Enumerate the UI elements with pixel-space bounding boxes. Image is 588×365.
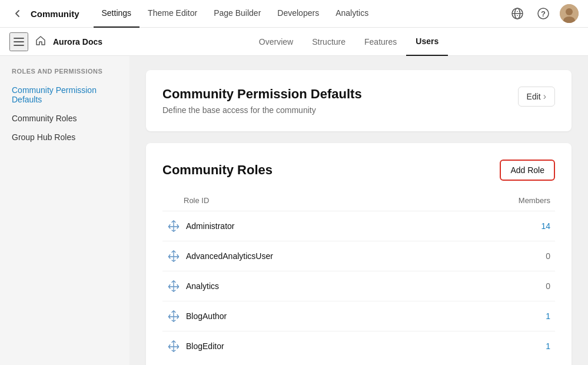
permission-card-subtitle: Define the base access for the community (162, 105, 362, 115)
sidebar-section-title: ROLES AND PERMISSIONS (0, 68, 129, 81)
row-left-analytics: Analytics (167, 280, 219, 293)
back-icon[interactable] (9, 5, 26, 22)
role-name-analytics[interactable]: Analytics (186, 281, 219, 291)
home-icon (35, 35, 46, 48)
main-content: Community Permission Defaults Define the… (129, 56, 588, 365)
tab-features[interactable]: Features (355, 28, 406, 56)
role-icon-administrator (167, 220, 180, 233)
top-nav-links: Settings Theme Editor Page Builder Devel… (94, 0, 506, 28)
permission-card-header: Community Permission Defaults Define the… (162, 87, 555, 115)
hamburger-button[interactable] (9, 32, 28, 51)
table-row: Administrator 14 (162, 211, 555, 241)
top-nav-right: ? (508, 4, 579, 23)
help-button[interactable]: ? (534, 4, 553, 23)
community-name-label: Aurora Docs (53, 37, 102, 47)
nav-link-developers[interactable]: Developers (269, 0, 327, 28)
avatar[interactable] (560, 4, 579, 23)
svg-point-5 (566, 8, 573, 15)
column-role-id: Role ID (184, 196, 209, 205)
nav-link-analytics[interactable]: Analytics (327, 0, 377, 28)
member-count-blogeditor[interactable]: 1 (546, 341, 555, 351)
row-left-administrator: Administrator (167, 220, 234, 233)
role-icon-analytics (167, 280, 180, 293)
globe-button[interactable] (508, 4, 527, 23)
table-header-row: Role ID Members (162, 190, 555, 211)
row-left-advanced: AdvancedAnalyticsUser (167, 250, 273, 263)
role-name-blogauthor[interactable]: BlogAuthor (186, 311, 227, 321)
permission-card-text: Community Permission Defaults Define the… (162, 87, 362, 115)
main-layout: ROLES AND PERMISSIONS Community Permissi… (0, 56, 588, 365)
table-row: Analytics 0 (162, 271, 555, 301)
permission-card-title: Community Permission Defaults (162, 87, 362, 102)
table-row: BlogEditor 1 (162, 331, 555, 361)
member-count-analytics: 0 (546, 281, 555, 291)
role-icon-blogeditor (167, 340, 180, 353)
community-brand-label: Community (31, 9, 79, 19)
permission-defaults-card: Community Permission Defaults Define the… (146, 70, 572, 131)
tab-structure[interactable]: Structure (303, 28, 355, 56)
roles-card-header: Community Roles Add Role (162, 160, 555, 181)
tab-overview[interactable]: Overview (250, 28, 303, 56)
nav-link-settings[interactable]: Settings (94, 0, 140, 28)
community-roles-card: Community Roles Add Role Role ID Members (146, 143, 572, 365)
member-count-advanced: 0 (546, 251, 555, 261)
role-icon-advanced (167, 250, 180, 263)
tab-users[interactable]: Users (406, 28, 448, 56)
member-count-blogauthor[interactable]: 1 (546, 311, 555, 321)
role-icon-blogauthor (167, 310, 180, 323)
sidebar: ROLES AND PERMISSIONS Community Permissi… (0, 56, 129, 365)
svg-text:?: ? (541, 9, 546, 18)
top-navigation: Community Settings Theme Editor Page Bui… (0, 0, 588, 28)
sidebar-item-permission-defaults[interactable]: Community Permission Defaults (0, 81, 129, 109)
second-navigation: Aurora Docs Overview Structure Features … (0, 28, 588, 56)
edit-button[interactable]: Edit › (518, 87, 555, 107)
roles-card-title: Community Roles (162, 162, 273, 178)
member-count-administrator[interactable]: 14 (541, 221, 555, 231)
sidebar-item-group-hub-roles[interactable]: Group Hub Roles (0, 128, 129, 147)
table-row: BlogAuthor 1 (162, 301, 555, 331)
row-left-blogauthor: BlogAuthor (167, 310, 227, 323)
nav-link-theme-editor[interactable]: Theme Editor (139, 0, 205, 28)
role-name-advanced[interactable]: AdvancedAnalyticsUser (186, 251, 273, 261)
sidebar-item-community-roles[interactable]: Community Roles (0, 109, 129, 128)
column-members: Members (519, 196, 555, 205)
row-left-blogeditor: BlogEditor (167, 340, 224, 353)
add-role-button[interactable]: Add Role (500, 160, 555, 181)
role-name-administrator[interactable]: Administrator (186, 221, 234, 231)
role-name-blogeditor[interactable]: BlogEditor (186, 341, 224, 351)
nav-link-page-builder[interactable]: Page Builder (205, 0, 269, 28)
sub-tabs: Overview Structure Features Users (250, 28, 448, 56)
table-row: AdvancedAnalyticsUser 0 (162, 241, 555, 271)
